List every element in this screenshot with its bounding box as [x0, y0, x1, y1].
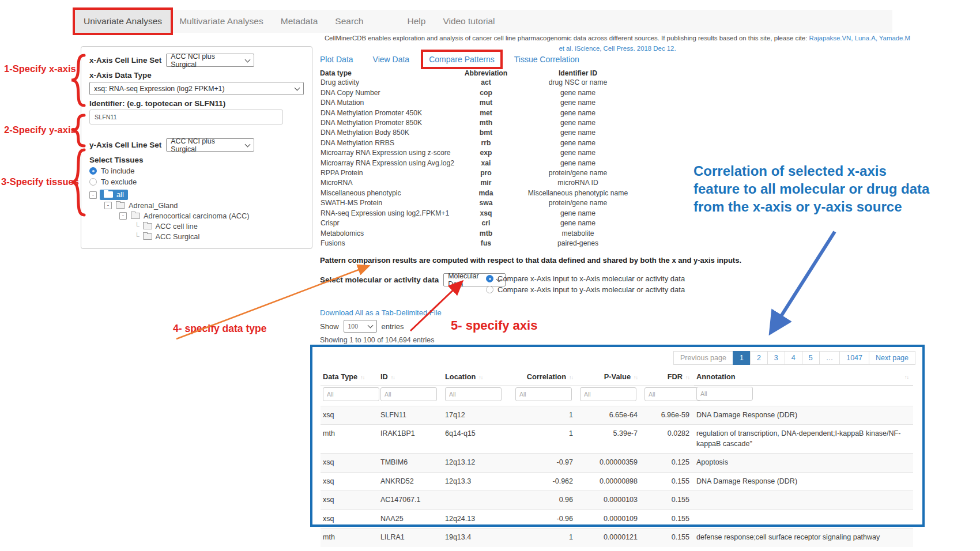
sort-icon[interactable]: ↑↓ [634, 375, 638, 380]
nav-item-video-tutorial[interactable]: Video tutorial [434, 10, 503, 33]
filter-input-id[interactable] [380, 387, 437, 401]
filter-input-annotation[interactable] [696, 387, 753, 401]
tree-node-label: ACC cell line [156, 222, 198, 231]
results-table: Data Type↑↓ID↑↓Location↑↓Correlation↑↓P-… [321, 369, 913, 547]
tree-node-adrenocortical-carcinoma-acc[interactable]: -Adrenocortical carcinoma (ACC) [89, 210, 304, 221]
sort-icon[interactable]: ↑↓ [360, 375, 364, 380]
tree-node-label: all [116, 190, 124, 199]
col-header-id[interactable]: ID↑↓ [378, 369, 443, 386]
sort-icon[interactable]: ↑↓ [478, 375, 483, 380]
collapse-icon[interactable]: - [89, 191, 97, 199]
col-header-location[interactable]: Location↑↓ [443, 369, 513, 386]
col-header-correlation[interactable]: Correlation↑↓ [513, 369, 578, 386]
radio-unselected-icon [486, 286, 493, 293]
annotation-specify-tissues: 3-Specify tissues [1, 176, 79, 187]
col-header-fdr[interactable]: FDR↑↓ [642, 369, 694, 386]
page-button-4[interactable]: 4 [785, 351, 802, 365]
filter-input-data-type[interactable] [323, 387, 379, 401]
select-tissues-label: Select Tissues [89, 156, 304, 164]
page-button-2[interactable]: 2 [750, 351, 768, 365]
chevron-down-icon [367, 323, 373, 329]
table-row: mthLILRA119q13.410.00001210.155defense r… [321, 529, 913, 547]
next-page-button[interactable]: Next page [869, 351, 915, 365]
collapse-icon[interactable]: - [104, 202, 112, 209]
col-header-label: ID [380, 372, 388, 381]
tree-node-acc-cell-line[interactable]: └ACC cell line [89, 221, 304, 231]
sort-icon[interactable]: ↑↓ [569, 375, 573, 380]
annotation-specify-axis: 5- specify axis [451, 318, 537, 333]
tab-tissue-correlation[interactable]: Tissue Correlation [514, 55, 579, 64]
col-header-data-type[interactable]: Data Type↑↓ [321, 369, 378, 386]
page-button-3[interactable]: 3 [767, 351, 785, 365]
page-button-…[interactable]: … [819, 351, 840, 365]
datatype-row: SWATH-MS Proteinswaprotein/gene name [320, 198, 640, 208]
citation-link[interactable]: Rajapakse.VN, Luna.A, Yamade.M [809, 35, 911, 41]
data-type-reference-table: Data typeAbbreviationIdentifier ID Drug … [320, 69, 640, 248]
axis-compare-radios: Compare x-Axis input to x-Axis molecular… [486, 272, 685, 296]
nav-item-help[interactable]: Help [398, 10, 434, 33]
chevron-down-icon [245, 56, 251, 62]
sort-icon[interactable]: ↑↓ [391, 375, 395, 380]
datatype-row: RNA-seq Expression using log2.FPKM+1xsqg… [320, 209, 640, 218]
datatype-row: DNA Methylation Body 850Kbmtgene name [320, 128, 640, 138]
nav-item-univariate-analyses[interactable]: Univariate Analyses [75, 10, 171, 33]
compare-x-axis-radio[interactable]: Compare x-Axis input to x-Axis molecular… [486, 274, 685, 283]
tab-view-data[interactable]: View Data [373, 55, 410, 64]
analysis-tabs: Plot DataView DataCompare PatternsTissue… [320, 55, 579, 64]
nav-item-multivariate-analyses[interactable]: Multivariate Analyses [171, 10, 272, 33]
folder-icon [104, 191, 113, 198]
tree-selected-chip[interactable]: all [100, 190, 128, 200]
y-axis-cell-line-set-select[interactable]: ACC NCI plus Surgical [166, 138, 254, 152]
show-label: Show [320, 322, 339, 331]
sort-icon[interactable]: ↑↓ [904, 374, 909, 380]
col-header-p-value[interactable]: P-Value↑↓ [578, 369, 642, 386]
showing-entries-text: Showing 1 to 100 of 104,694 entries [320, 336, 434, 344]
x-axis-cell-line-set-select[interactable]: ACC NCI plus Surgical [166, 54, 254, 67]
datatype-row: DNA Methylation Promoter 850Kmthgene nam… [320, 118, 640, 128]
folder-icon [143, 223, 152, 229]
identifier-label: Identifier: (e.g. topotecan or SLFN11) [89, 99, 304, 108]
prev-page-button[interactable]: Previous page [673, 351, 733, 365]
x-axis-cell-line-set-label: x-Axis Cell Line Set [89, 56, 161, 65]
nav-item-metadata[interactable]: Metadata [272, 10, 327, 33]
tab-plot-data[interactable]: Plot Data [320, 55, 353, 64]
page-button-5[interactable]: 5 [802, 351, 820, 365]
molecular-data-value: Molecular Data [448, 272, 492, 288]
identifier-input[interactable] [89, 110, 283, 124]
results-panel: Previous page12345…1047Next page Data Ty… [310, 345, 925, 527]
tree-node-all[interactable]: -all [89, 190, 304, 200]
compare-x-axis-label: Compare x-Axis input to x-Axis molecular… [497, 274, 685, 283]
datatype-row: DNA Methylation RRBSrrbgene name [320, 138, 640, 148]
download-all-link[interactable]: Download All as a Tab-Delimited File [320, 308, 442, 317]
x-axis-data-type-value: xsq: RNA-seq Expression (log2 FPKM+1) [94, 85, 225, 93]
tree-node-label: Adrenocortical carcinoma (ACC) [144, 212, 249, 220]
page-button-1[interactable]: 1 [733, 351, 751, 365]
show-entries-value: 100 [348, 323, 359, 330]
filter-input-p-value[interactable] [580, 387, 636, 401]
table-row: xsqANKRD5212q13.3-0.9620.000008980.155DN… [321, 472, 913, 491]
annotation-specify-x-axis: 1-Specify x-axis [4, 63, 76, 74]
radio-selected-icon [89, 167, 97, 175]
show-entries-select[interactable]: 100 [344, 320, 377, 333]
tree-elbow-icon: └ [134, 222, 140, 230]
page-button-1047[interactable]: 1047 [839, 351, 869, 365]
tree-elbow-icon: └ [134, 232, 140, 240]
nav-item-search[interactable]: Search [326, 10, 372, 33]
tree-node-acc-surgical[interactable]: └ACC Surgical [89, 231, 304, 241]
table-row: xsqSLFN1117q1216.65e-646.96e-59DNA Damag… [321, 406, 913, 425]
filter-input-location[interactable] [445, 387, 502, 401]
tab-compare-patterns[interactable]: Compare Patterns [421, 50, 503, 69]
x-axis-data-type-select[interactable]: xsq: RNA-seq Expression (log2 FPKM+1) [89, 82, 304, 95]
folder-icon [143, 233, 152, 240]
filter-input-correlation[interactable] [515, 387, 572, 401]
citation-link-2[interactable]: et al. iScience, Cell Press. 2018 Dec 12… [559, 45, 676, 52]
collapse-icon[interactable]: - [119, 212, 127, 220]
compare-y-axis-radio[interactable]: Compare x-Axis input to y-Axis molecular… [486, 285, 685, 294]
radio-unselected-icon [89, 178, 97, 186]
col-header-annotation[interactable]: Annotation↑↓ [694, 369, 913, 386]
tissues-include-radio[interactable]: To include [89, 167, 304, 175]
tree-node-adrenal-gland[interactable]: -Adrenal_Gland [89, 200, 304, 210]
sort-icon[interactable]: ↑↓ [685, 375, 689, 380]
filter-input-fdr[interactable] [644, 387, 701, 401]
tissues-exclude-radio[interactable]: To exclude [89, 178, 304, 186]
